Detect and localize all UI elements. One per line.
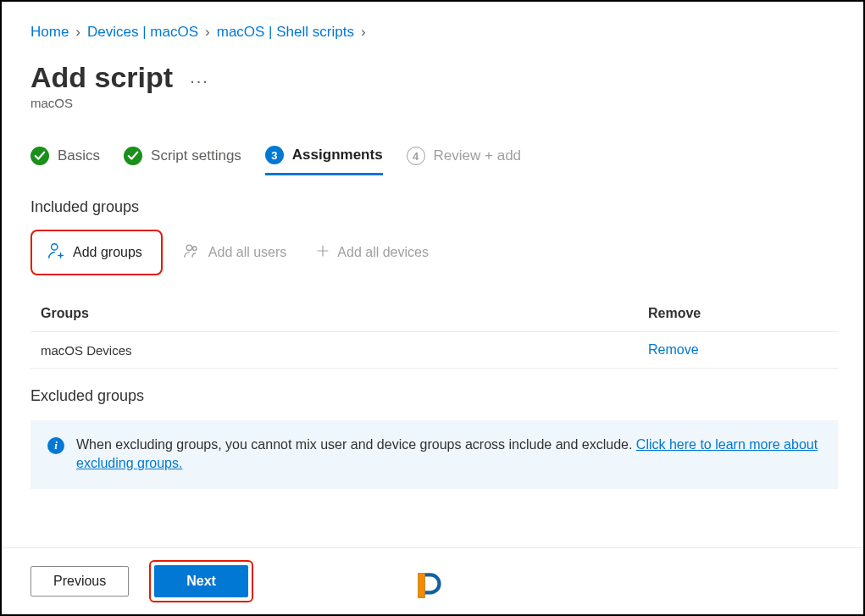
button-label: Add groups <box>73 245 142 260</box>
page-subtitle: macOS <box>30 96 838 110</box>
step-number-icon: 3 <box>265 146 284 164</box>
add-all-users-button[interactable]: Add all users <box>175 236 296 269</box>
column-header-remove: Remove <box>648 306 835 321</box>
breadcrumb-scripts[interactable]: macOS | Shell scripts <box>217 24 354 41</box>
previous-button[interactable]: Previous <box>30 566 129 597</box>
breadcrumb-devices[interactable]: Devices | macOS <box>87 24 198 41</box>
step-assignments[interactable]: 3 Assignments <box>265 146 383 175</box>
remove-link[interactable]: Remove <box>648 342 699 357</box>
highlight-box: Add groups <box>30 230 163 275</box>
included-actions: Add groups Add all users Add all devices <box>30 230 838 275</box>
group-name-cell: macOS Devices <box>41 343 648 358</box>
breadcrumb-home[interactable]: Home <box>30 24 69 41</box>
plus-icon <box>315 243 330 262</box>
page-title: Add script <box>30 61 173 94</box>
step-label: Basics <box>58 147 100 164</box>
check-icon <box>30 147 49 165</box>
info-message: When excluding groups, you cannot mix us… <box>76 437 636 452</box>
included-groups-table: Groups Remove macOS Devices Remove <box>30 296 838 369</box>
add-groups-button[interactable]: Add groups <box>39 236 151 269</box>
next-button[interactable]: Next <box>154 565 248 597</box>
wizard-steps: Basics Script settings 3 Assignments 4 R… <box>30 146 838 175</box>
table-row: macOS Devices Remove <box>30 332 838 369</box>
logo <box>413 568 448 606</box>
button-label: Add all devices <box>337 245 429 260</box>
highlight-box: Next <box>149 560 253 602</box>
step-basics[interactable]: Basics <box>30 147 100 174</box>
table-header: Groups Remove <box>30 296 838 332</box>
check-icon <box>124 147 142 165</box>
chevron-right-icon: › <box>205 24 210 41</box>
svg-point-2 <box>192 247 197 251</box>
included-groups-heading: Included groups <box>30 198 838 216</box>
person-add-icon <box>47 241 66 264</box>
step-review-add[interactable]: 4 Review + add <box>407 147 521 174</box>
add-all-devices-button[interactable]: Add all devices <box>307 238 437 267</box>
chevron-right-icon: › <box>75 24 80 41</box>
more-options-icon[interactable]: ··· <box>190 71 209 91</box>
info-text: When excluding groups, you cannot mix us… <box>76 436 821 474</box>
people-add-icon <box>183 241 202 264</box>
step-label: Assignments <box>292 147 383 164</box>
column-header-groups: Groups <box>41 306 648 321</box>
svg-point-0 <box>52 244 58 250</box>
excluded-groups-heading: Excluded groups <box>30 387 838 405</box>
step-label: Script settings <box>151 147 241 164</box>
step-label: Review + add <box>434 147 521 164</box>
chevron-right-icon: › <box>361 24 366 41</box>
svg-point-1 <box>186 245 191 250</box>
info-banner: i When excluding groups, you cannot mix … <box>30 420 838 489</box>
breadcrumb: Home › Devices | macOS › macOS | Shell s… <box>30 24 838 41</box>
button-label: Add all users <box>208 245 287 260</box>
step-number-icon: 4 <box>407 147 425 165</box>
info-icon: i <box>47 437 64 454</box>
step-script-settings[interactable]: Script settings <box>124 147 241 174</box>
